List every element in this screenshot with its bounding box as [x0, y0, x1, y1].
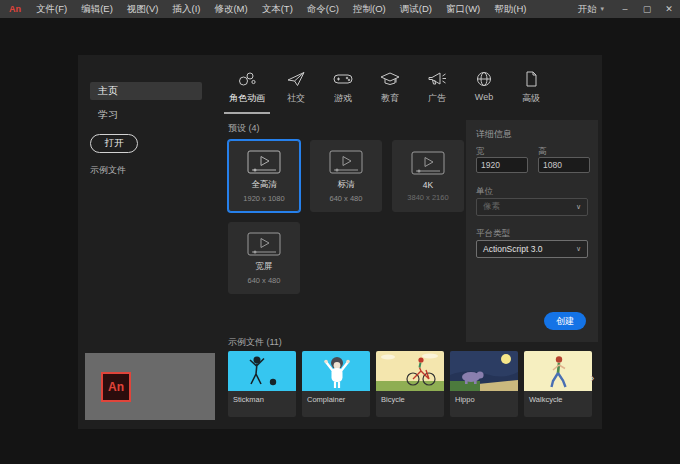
video-preset-icon	[247, 232, 281, 258]
unit-label: 单位	[476, 186, 493, 198]
tab-character-animation[interactable]: 角色动画	[224, 67, 270, 114]
tab-label: 教育	[381, 92, 399, 105]
workspace-switcher[interactable]: 开始 ▾	[567, 3, 614, 16]
samples-scroll-right-chevron-icon[interactable]: ›	[590, 371, 594, 384]
preset-dimensions: 640 x 480	[248, 276, 281, 285]
sample-card-complainer[interactable]: Complainer	[302, 351, 370, 417]
category-tabs: 角色动画 社交 游戏	[224, 67, 552, 114]
tab-ads[interactable]: 广告	[416, 67, 458, 114]
preset-sd[interactable]: 标清 640 x 480	[310, 140, 382, 212]
home-panel: 主页 学习 打开 示例文件 角色动画 社交	[78, 55, 602, 429]
menu-file[interactable]: 文件(F)	[29, 0, 74, 18]
animate-start-screen: An 文件(F) 编辑(E) 视图(V) 插入(I) 修改(M) 文本(T) 命…	[0, 0, 680, 464]
details-header: 详细信息	[476, 128, 512, 141]
globe-icon	[474, 71, 494, 87]
height-input[interactable]	[538, 157, 590, 173]
close-button[interactable]: ✕	[658, 0, 680, 18]
chevron-down-icon: ∨	[576, 203, 581, 211]
unit-value: 像素	[483, 201, 500, 213]
tab-advanced[interactable]: 高级	[510, 67, 552, 114]
preset-label: 全高清	[251, 179, 277, 191]
animate-brand-card: An	[85, 353, 215, 420]
tab-label: 广告	[428, 92, 446, 105]
tab-web[interactable]: Web	[463, 67, 505, 114]
paper-plane-icon	[286, 71, 306, 87]
animate-logo-icon: An	[101, 372, 131, 402]
graduation-cap-icon	[380, 71, 400, 87]
sidebar-sample-files-link[interactable]: 示例文件	[90, 164, 126, 177]
animate-logo-icon: An	[9, 4, 21, 14]
preset-dimensions: 640 x 480	[330, 194, 363, 203]
video-preset-icon	[247, 150, 281, 176]
tab-games[interactable]: 游戏	[322, 67, 364, 114]
menu-control[interactable]: 控制(O)	[346, 0, 393, 18]
tab-label: 社交	[287, 92, 305, 105]
video-preset-icon	[411, 151, 445, 177]
menu-text[interactable]: 文本(T)	[255, 0, 300, 18]
open-button[interactable]: 打开	[90, 134, 138, 153]
stickman-thumbnail	[228, 351, 296, 391]
menu-modify[interactable]: 修改(M)	[207, 0, 254, 18]
sample-card-walkcycle[interactable]: Walkcycle	[524, 351, 592, 417]
preset-full-hd[interactable]: 全高清 1920 x 1080	[228, 140, 300, 212]
presets-header: 预设 (4)	[228, 122, 260, 135]
tab-label: 角色动画	[229, 92, 265, 105]
tab-label: 高级	[522, 92, 540, 105]
details-panel: 详细信息 宽 高 单位 像素 ∨ 平台类型 ActionScript 3.0 ∨…	[466, 120, 598, 342]
sample-name: Walkcycle	[524, 391, 592, 408]
megaphone-icon	[427, 71, 447, 87]
document-icon	[521, 71, 541, 87]
preset-label: 宽屏	[256, 261, 273, 273]
character-icon	[237, 71, 257, 87]
tab-label: Web	[475, 92, 493, 102]
hippo-thumbnail	[450, 351, 518, 391]
gamepad-icon	[333, 71, 353, 87]
chevron-down-icon: ▾	[600, 5, 604, 13]
workspace-label: 开始	[577, 3, 596, 16]
preset-label: 4K	[423, 180, 433, 190]
sample-name: Stickman	[228, 391, 296, 408]
sample-card-bicycle[interactable]: Bicycle	[376, 351, 444, 417]
menu-view[interactable]: 视图(V)	[120, 0, 166, 18]
samples-header: 示例文件 (11)	[228, 336, 282, 349]
width-input[interactable]	[476, 157, 528, 173]
video-preset-icon	[329, 150, 363, 176]
tab-label: 游戏	[334, 92, 352, 105]
sidebar-item-home[interactable]: 主页	[90, 82, 202, 100]
sample-name: Hippo	[450, 391, 518, 408]
preset-dimensions: 3840 x 2160	[407, 193, 448, 202]
minimize-button[interactable]: –	[614, 0, 636, 18]
tab-education[interactable]: 教育	[369, 67, 411, 114]
menu-commands[interactable]: 命令(C)	[300, 0, 346, 18]
unit-select[interactable]: 像素 ∨	[476, 198, 588, 216]
platform-select[interactable]: ActionScript 3.0 ∨	[476, 240, 588, 258]
preset-dimensions: 1920 x 1080	[243, 194, 284, 203]
sample-card-stickman[interactable]: Stickman	[228, 351, 296, 417]
preset-label: 标清	[338, 179, 355, 191]
preset-4k[interactable]: 4K 3840 x 2160	[392, 140, 464, 212]
create-button[interactable]: 创建	[544, 312, 586, 330]
chevron-down-icon: ∨	[576, 245, 581, 253]
sample-name: Complainer	[302, 391, 370, 408]
titlebar: An 文件(F) 编辑(E) 视图(V) 插入(I) 修改(M) 文本(T) 命…	[0, 0, 680, 18]
menu-insert[interactable]: 插入(I)	[165, 0, 207, 18]
complainer-thumbnail	[302, 351, 370, 391]
sidebar-item-learn[interactable]: 学习	[90, 106, 202, 124]
tab-social[interactable]: 社交	[275, 67, 317, 114]
walkcycle-thumbnail	[524, 351, 592, 391]
menu-help[interactable]: 帮助(H)	[487, 0, 533, 18]
maximize-button[interactable]: ▢	[636, 0, 658, 18]
menu-edit[interactable]: 编辑(E)	[74, 0, 120, 18]
platform-value: ActionScript 3.0	[483, 244, 543, 254]
bicycle-thumbnail	[376, 351, 444, 391]
sample-name: Bicycle	[376, 391, 444, 408]
preset-widescreen[interactable]: 宽屏 640 x 480	[228, 222, 300, 294]
sample-card-hippo[interactable]: Hippo	[450, 351, 518, 417]
platform-label: 平台类型	[476, 228, 510, 240]
menu-window[interactable]: 窗口(W)	[439, 0, 487, 18]
menu-debug[interactable]: 调试(D)	[393, 0, 439, 18]
